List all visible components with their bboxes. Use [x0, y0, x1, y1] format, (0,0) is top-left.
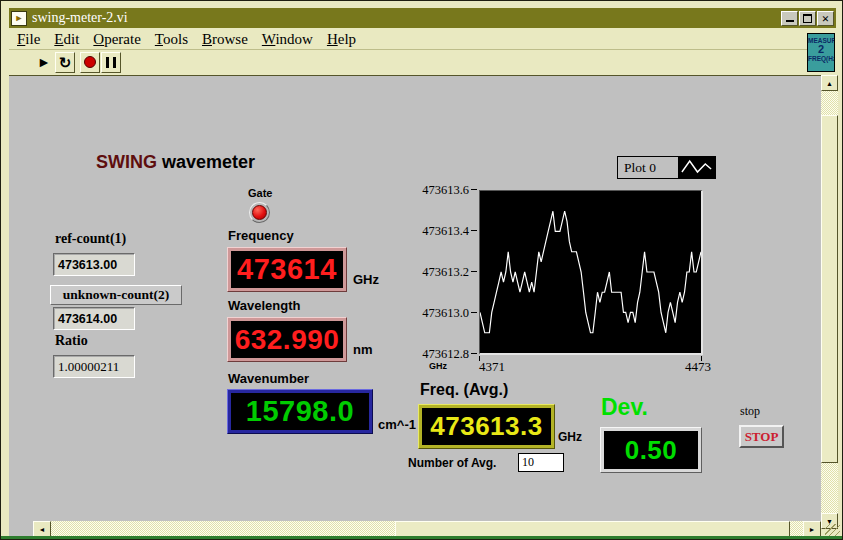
x-axis-unit: GHz [429, 361, 447, 371]
vi-badge-line2: 2 [808, 44, 834, 55]
scroll-right-icon: ► [809, 526, 816, 533]
frequency-unit: GHz [353, 272, 379, 287]
gate-label: Gate [248, 187, 272, 199]
waveform-chart[interactable] [479, 190, 703, 355]
wavelength-unit: nm [353, 342, 373, 357]
unknown-count-label: unknown-count(2) [50, 285, 182, 305]
run-button[interactable]: ► [34, 52, 54, 73]
ytick-label: 473613.2 [407, 265, 469, 280]
unknown-count-value: 473614.00 [53, 307, 135, 330]
waveform-svg [480, 191, 701, 353]
pause-icon [106, 57, 116, 68]
vi-icon-badge: MEASURE 2 FREQ(Hz) [807, 33, 835, 72]
maximize-button[interactable] [799, 11, 816, 26]
v-scrollbar[interactable]: ▲ ▼ [821, 75, 838, 529]
legend-line-icon [678, 157, 715, 178]
num-avg-input[interactable] [518, 453, 564, 472]
run-icon: ► [37, 55, 51, 69]
abort-icon [84, 56, 96, 68]
title-bar[interactable]: ► swing-meter-2.vi × [9, 8, 836, 28]
scroll-left-icon: ◄ [39, 526, 46, 533]
legend-label: Plot 0 [618, 160, 678, 176]
frequency-display: 473614 [227, 247, 347, 292]
ref-count-value: 473613.00 [53, 253, 135, 276]
minimize-button[interactable] [781, 11, 798, 26]
y-tick-mark [471, 189, 477, 190]
x-axis-labels: 4371 4473 [479, 359, 711, 375]
menu-item-operate[interactable]: Operate [93, 31, 140, 48]
labview-icon: ► [11, 11, 27, 26]
y-tick-mark [471, 312, 477, 313]
ratio-value: 1.00000211 [53, 355, 135, 378]
panel-title: SWING wavemeter [96, 152, 255, 173]
vi-badge-line3: FREQ(Hz) [808, 55, 834, 62]
frequency-label: Frequency [228, 228, 294, 243]
toolbar: ► ↻ [9, 50, 807, 74]
wavenumber-value: 15798.0 [231, 393, 369, 430]
menu-item-edit[interactable]: Edit [54, 31, 79, 48]
front-panel: SWING wavemeter Gate ref-count(1) 473613… [9, 75, 821, 521]
menu-item-tools[interactable]: Tools [155, 31, 188, 48]
stop-button[interactable]: STOP [739, 425, 784, 448]
close-icon: × [822, 13, 829, 24]
xtick-label-end: 4473 [685, 359, 711, 375]
vi-window: ► swing-meter-2.vi × File Edit Operate T… [0, 0, 843, 540]
window-bottom-edge [1, 536, 842, 539]
menu-item-file[interactable]: File [17, 31, 40, 48]
ytick-label: 473613.6 [407, 183, 469, 198]
wavenumber-display: 15798.0 [227, 389, 373, 434]
scroll-up-icon: ▲ [826, 80, 833, 87]
y-tick-mark [471, 271, 477, 272]
ytick-label: 473612.8 [407, 347, 469, 362]
gate-led [249, 202, 270, 223]
abort-button[interactable] [80, 52, 100, 73]
stop-label: stop [740, 404, 760, 419]
close-button[interactable]: × [817, 11, 834, 26]
wavenumber-unit: cm^-1 [378, 417, 416, 432]
freq-avg-value: 473613.3 [422, 408, 551, 445]
menu-bar: File Edit Operate Tools Browse Window He… [9, 29, 807, 50]
dev-display: 0.50 [600, 427, 702, 473]
ratio-label: Ratio [55, 333, 88, 349]
run-continuous-button[interactable]: ↻ [55, 52, 75, 73]
chart-legend[interactable]: Plot 0 [617, 156, 716, 179]
panel-title-accent: SWING [96, 152, 157, 172]
freq-avg-display: 473613.3 [418, 404, 555, 449]
num-avg-label: Number of Avg. [408, 456, 496, 470]
xtick-label-start: 4371 [479, 359, 505, 375]
dev-value: 0.50 [604, 431, 698, 469]
maximize-icon [803, 14, 812, 23]
freq-avg-label: Freq. (Avg.) [420, 381, 508, 399]
menu-item-help[interactable]: Help [327, 31, 356, 48]
frequency-value: 473614 [231, 251, 343, 288]
scroll-up-button[interactable]: ▲ [821, 75, 838, 91]
menu-item-browse[interactable]: Browse [202, 31, 248, 48]
ref-count-label: ref-count(1) [55, 231, 126, 247]
v-scroll-thumb[interactable] [821, 115, 838, 463]
wavenumber-label: Wavenumber [228, 371, 309, 386]
waveform-polyline [480, 211, 701, 333]
dev-label: Dev. [601, 394, 648, 421]
y-tick-mark [471, 353, 477, 354]
pause-button[interactable] [101, 52, 121, 73]
wavelength-display: 632.990 [227, 317, 347, 362]
minimize-icon [786, 13, 794, 22]
y-tick-mark [471, 230, 477, 231]
freq-avg-unit: GHz [558, 430, 582, 444]
wavelength-value: 632.990 [231, 321, 343, 358]
window-title: swing-meter-2.vi [27, 10, 780, 26]
run-continuous-icon: ↻ [59, 55, 72, 70]
ytick-label: 473613.4 [407, 224, 469, 239]
panel-title-rest: wavemeter [157, 152, 255, 172]
ytick-label: 473613.0 [407, 306, 469, 321]
led-core [252, 205, 267, 220]
wavelength-label: Wavelength [228, 298, 300, 313]
menu-item-window[interactable]: Window [262, 31, 313, 48]
